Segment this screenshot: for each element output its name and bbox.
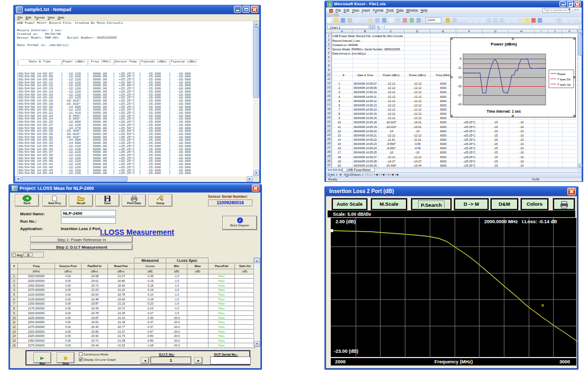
svg-text:Power: Power <box>557 72 566 76</box>
svg-text:-19: -19 <box>457 103 462 106</box>
svg-text:-11: -11 <box>457 66 462 69</box>
svg-text:Time Interval: 1 sec: Time Interval: 1 sec <box>487 109 521 113</box>
svg-text:v: v <box>541 303 544 308</box>
svg-text:T spec Up: T spec Up <box>557 83 571 86</box>
svg-text:-13: -13 <box>457 76 462 79</box>
svg-text:-17: -17 <box>457 94 462 97</box>
svg-text:-9: -9 <box>459 57 462 60</box>
svg-text:-15: -15 <box>457 85 462 88</box>
svg-text:Power (dBm): Power (dBm) <box>491 42 517 47</box>
svg-text:T spec Dn: T spec Dn <box>557 78 571 81</box>
